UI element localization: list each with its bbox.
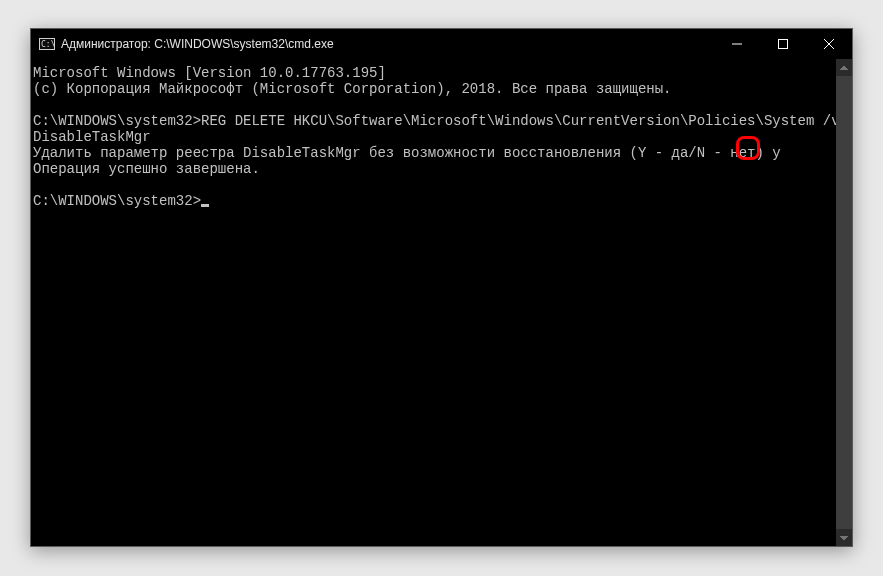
svg-text:C:\: C:\ <box>41 40 55 49</box>
scrollbar-thumb[interactable] <box>836 76 852 529</box>
scrollbar-track[interactable] <box>836 76 852 529</box>
output-line: Удалить параметр реестра DisableTaskMgr … <box>33 145 781 161</box>
cmd-icon: C:\ <box>39 36 55 52</box>
scrollbar-up-icon[interactable] <box>836 59 852 76</box>
titlebar[interactable]: C:\ Администратор: C:\WINDOWS\system32\c… <box>31 29 852 59</box>
output-line: (c) Корпорация Майкрософт (Microsoft Cor… <box>33 81 672 97</box>
minimize-button[interactable] <box>714 29 760 59</box>
terminal-area[interactable]: Microsoft Windows [Version 10.0.17763.19… <box>31 59 852 546</box>
output-line: Microsoft Windows [Version 10.0.17763.19… <box>33 65 386 81</box>
output-line: Операция успешно завершена. <box>33 161 260 177</box>
maximize-button[interactable] <box>760 29 806 59</box>
cmd-window: C:\ Администратор: C:\WINDOWS\system32\c… <box>30 28 853 547</box>
output-line: C:\WINDOWS\system32>REG DELETE HKCU\Soft… <box>33 113 848 145</box>
scrollbar-vertical[interactable] <box>836 59 852 546</box>
close-button[interactable] <box>806 29 852 59</box>
terminal-output: Microsoft Windows [Version 10.0.17763.19… <box>33 65 852 209</box>
svg-rect-2 <box>779 40 788 49</box>
window-title: Администратор: C:\WINDOWS\system32\cmd.e… <box>61 37 334 51</box>
cursor <box>201 204 209 207</box>
prompt-line: C:\WINDOWS\system32> <box>33 193 201 209</box>
scrollbar-down-icon[interactable] <box>836 529 852 546</box>
